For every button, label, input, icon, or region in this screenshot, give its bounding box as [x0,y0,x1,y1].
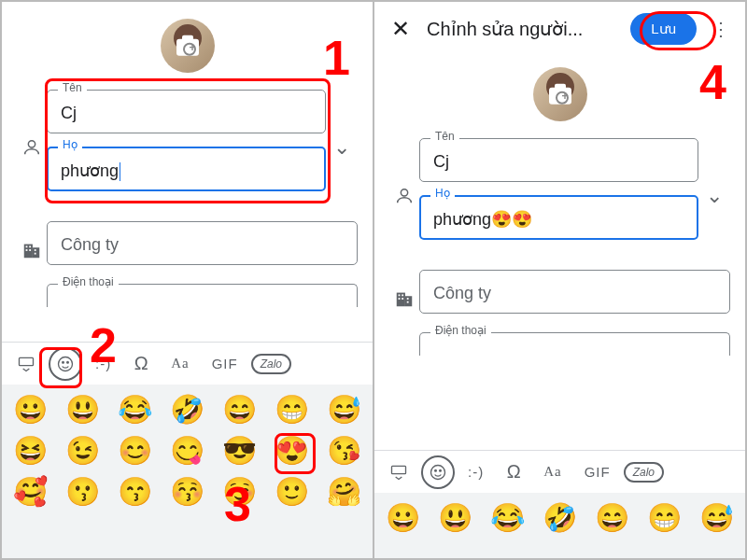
phone-label: Điện thoại [58,275,119,288]
emoticon-tab[interactable]: :-) [86,350,120,377]
gif-tab[interactable]: GIF [575,458,620,485]
emoji-😁[interactable]: 😁 [268,392,315,427]
svg-point-13 [59,357,73,371]
emoji-😅[interactable]: 😅 [320,392,367,427]
keyboard: :-) Ω Aa GIF Zalo 😀😃😂🤣😄😁😅😆😉😊😋😎😍😘🥰😗😙😚☺️🙂🤗 [2,342,373,558]
svg-rect-21 [399,298,401,300]
svg-point-14 [63,361,64,363]
svg-rect-20 [402,294,403,296]
emoji-😀[interactable]: 😀 [380,500,427,536]
keyboard-collapse-icon[interactable] [380,457,417,487]
symbols-tab[interactable]: Ω [124,347,158,380]
svg-rect-4 [29,245,31,247]
svg-rect-8 [35,253,36,255]
phone-field[interactable]: Điện thoại [419,332,730,356]
company-field[interactable]: Công ty [47,221,358,265]
emoji-grid: 😀😃😂🤣😄😁😅😆😉😊😋😎😍😘🥰😗😙😚☺️🙂🤗 [2,385,373,517]
svg-rect-19 [399,294,401,296]
emoji-☺️[interactable]: ☺️ [216,474,262,510]
svg-rect-2 [33,247,39,258]
close-icon[interactable]: ✕ [384,12,417,46]
last-name-label: Họ [58,138,82,151]
last-name-value: phương [61,161,119,180]
first-name-field[interactable]: Tên Cj [419,138,698,182]
chevron-down-icon[interactable]: ⌄ [698,184,730,208]
person-icon [389,186,419,206]
emoji-😗[interactable]: 😗 [60,474,106,510]
emoji-😁[interactable]: 😁 [641,500,687,536]
svg-point-27 [435,469,437,471]
emoji-😂[interactable]: 😂 [112,392,159,427]
page-title: Chỉnh sửa người... [427,18,621,40]
keyboard-toolbar: :-) Ω Aa GIF Zalo [2,342,373,385]
last-name-label: Họ [430,187,455,200]
emoji-😋[interactable]: 😋 [164,433,211,469]
save-button[interactable]: Lưu [630,13,697,45]
keyboard-collapse-icon[interactable] [7,349,45,379]
svg-point-0 [28,140,35,147]
emoji-😄[interactable]: 😄 [588,500,635,536]
first-name-label: Tên [430,130,459,143]
svg-rect-5 [26,249,28,251]
emoji-tab-icon[interactable] [49,347,82,381]
last-name-value: phương😍😍 [433,210,532,229]
emoticon-tab[interactable]: :-) [458,458,493,485]
avatar[interactable]: + [161,19,215,73]
more-icon[interactable]: ⋮ [706,14,736,44]
emoji-😄[interactable]: 😄 [216,392,262,427]
gif-tab[interactable]: GIF [203,350,247,377]
svg-rect-17 [397,292,405,306]
step-1-label: 1 [323,30,350,86]
right-pane: ✕ Chỉnh sửa người... Lưu ⋮ + Tên Cj Họ p… [374,2,745,558]
zalo-tab[interactable]: Zalo [251,354,291,374]
emoji-😂[interactable]: 😂 [485,500,531,536]
emoji-😚[interactable]: 😚 [164,474,211,510]
left-pane: + Tên Cj Họ phương ⌄ [2,2,373,558]
top-bar: ✕ Chỉnh sửa người... Lưu ⋮ [374,2,745,56]
emoji-😃[interactable]: 😃 [432,500,479,536]
svg-point-28 [440,469,442,471]
company-icon [17,240,47,260]
svg-rect-9 [20,357,34,365]
emoji-🤣[interactable]: 🤣 [537,500,584,536]
emoji-🙂[interactable]: 🙂 [268,474,315,510]
emoji-😘[interactable]: 😘 [320,433,367,469]
avatar[interactable]: + [533,67,587,121]
phone-label: Điện thoại [430,324,491,337]
emoji-tab-icon[interactable] [421,455,455,489]
emoji-😅[interactable]: 😅 [693,500,740,536]
emoji-😎[interactable]: 😎 [216,433,262,469]
svg-rect-1 [24,244,33,258]
keyboard-toolbar: :-) Ω Aa GIF Zalo [374,450,745,493]
font-tab[interactable]: Aa [162,350,199,377]
company-field[interactable]: Công ty [419,270,730,314]
symbols-tab[interactable]: Ω [497,455,530,488]
svg-point-15 [67,361,69,363]
phone-field[interactable]: Điện thoại [47,284,358,307]
font-tab[interactable]: Aa [534,458,571,485]
emoji-🥰[interactable]: 🥰 [7,474,54,510]
company-placeholder: Công ty [47,221,358,265]
last-name-field[interactable]: Họ phương [47,147,326,191]
svg-rect-24 [407,301,409,302]
company-placeholder: Công ty [419,270,730,314]
emoji-😆[interactable]: 😆 [7,433,54,469]
zalo-tab[interactable]: Zalo [624,462,664,483]
first-name-value: Cj [433,152,449,171]
emoji-😍[interactable]: 😍 [268,433,315,469]
svg-rect-3 [26,245,28,247]
emoji-🤗[interactable]: 🤗 [320,474,367,510]
last-name-field[interactable]: Họ phương😍😍 [419,195,698,240]
chevron-down-icon[interactable]: ⌄ [326,135,358,160]
emoji-😀[interactable]: 😀 [7,392,54,427]
emoji-😉[interactable]: 😉 [60,433,106,469]
first-name-field[interactable]: Tên Cj [47,90,326,133]
emoji-grid: 😀😃😂🤣😄😁😅 [374,493,745,543]
svg-rect-6 [29,249,31,251]
emoji-😙[interactable]: 😙 [112,474,159,510]
svg-point-26 [431,465,445,479]
svg-rect-23 [407,298,409,300]
emoji-😃[interactable]: 😃 [60,392,106,427]
emoji-🤣[interactable]: 🤣 [164,392,211,427]
emoji-😊[interactable]: 😊 [112,433,159,469]
